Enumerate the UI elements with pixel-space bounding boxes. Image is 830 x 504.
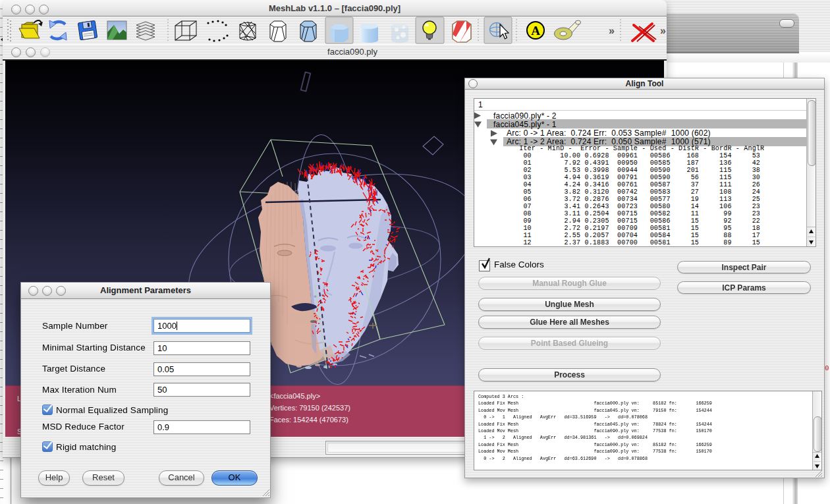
svg-text:A: A xyxy=(531,24,540,38)
svg-text:»: » xyxy=(660,25,666,36)
svg-text:»: » xyxy=(609,25,615,36)
